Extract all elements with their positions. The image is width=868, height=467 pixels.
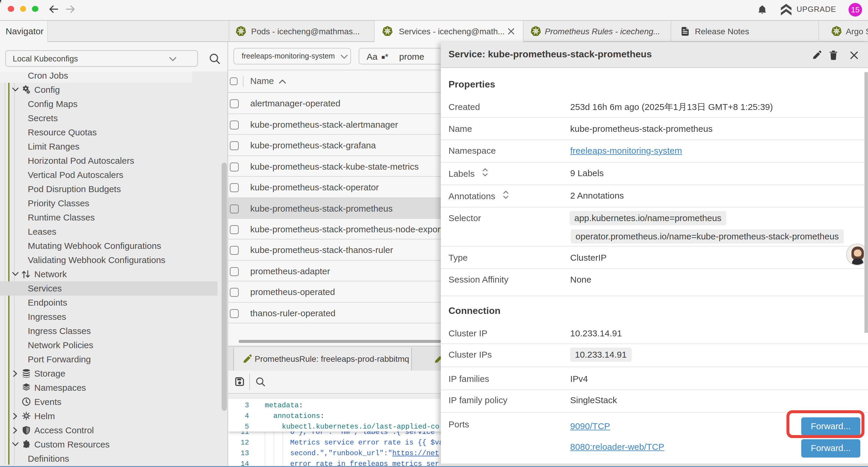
svg-text:HELM: HELM [23, 415, 29, 417]
